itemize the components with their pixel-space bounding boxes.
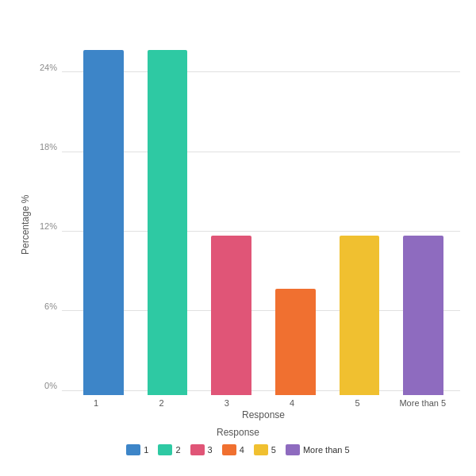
- bar-group: [331, 24, 389, 395]
- x-axis-title: Response: [35, 409, 460, 420]
- legend-item: 2: [158, 444, 180, 455]
- bar: [83, 50, 124, 395]
- x-axis-label: 3: [198, 398, 256, 408]
- bar: [403, 236, 443, 395]
- legend-label: 3: [208, 445, 213, 455]
- bar: [340, 236, 380, 395]
- grid-and-bars: 24%18%12%6%0%: [35, 24, 460, 395]
- legend-label: 5: [271, 445, 276, 455]
- legend-item: 1: [126, 444, 148, 455]
- legend-label: 2: [175, 445, 180, 455]
- legend-swatch: [158, 444, 172, 455]
- plot-area: 24%18%12%6%0% 12345More than 5 Response: [35, 24, 460, 425]
- legend-swatch: [126, 444, 140, 455]
- legend-label: 1: [144, 445, 148, 455]
- legend-swatch: [222, 444, 236, 455]
- grid-label: 12%: [35, 221, 62, 231]
- legend-swatch: [190, 444, 205, 455]
- legend-item: 4: [222, 444, 244, 455]
- legend-swatch: [254, 444, 268, 455]
- bar: [275, 289, 316, 395]
- grid-label: 0%: [35, 381, 62, 390]
- legend: Response 12345More than 5: [16, 425, 460, 460]
- bar: [211, 236, 251, 395]
- x-axis-labels: 12345More than 5: [35, 398, 460, 408]
- grid-label: 18%: [35, 142, 62, 152]
- chart-area: Percentage % 24%18%12%6%0% 12345More tha…: [16, 24, 460, 425]
- legend-label: More than 5: [303, 445, 350, 455]
- bar-group: [394, 24, 452, 395]
- bar-group: [202, 24, 260, 395]
- legend-item: 5: [254, 444, 276, 455]
- x-axis-label: 5: [328, 398, 386, 408]
- x-axis-label: 4: [263, 398, 321, 408]
- x-axis-label: More than 5: [393, 398, 452, 408]
- bar: [148, 50, 188, 395]
- grid-label: 6%: [35, 301, 62, 311]
- bars-container: [67, 24, 460, 395]
- legend-label: 4: [240, 445, 244, 455]
- grid-label: 24%: [35, 63, 62, 72]
- bar-group: [267, 24, 324, 395]
- bar-group: [139, 24, 197, 395]
- legend-swatch: [286, 444, 300, 455]
- legend-item: 3: [190, 444, 213, 455]
- x-axis-label: 1: [67, 398, 125, 408]
- x-axis-label: 2: [132, 398, 190, 408]
- y-axis-label: Percentage %: [16, 24, 35, 425]
- bar-group: [75, 24, 132, 395]
- chart-container: Percentage % 24%18%12%6%0% 12345More tha…: [8, 8, 468, 468]
- legend-title: Response: [16, 427, 460, 438]
- legend-item: More than 5: [286, 444, 350, 455]
